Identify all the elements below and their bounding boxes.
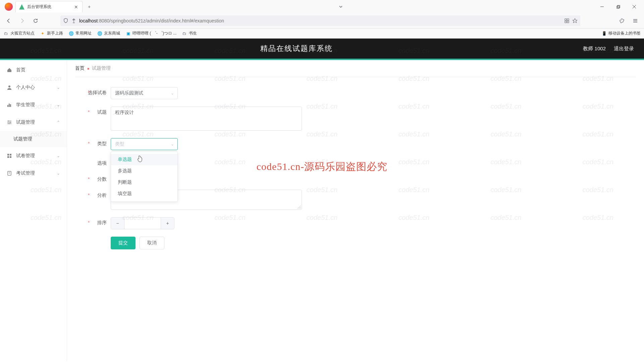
new-tab-button[interactable]: + bbox=[85, 2, 94, 11]
breadcrumb: 首页 ■ 试题管理 bbox=[67, 60, 644, 77]
nav-bar: localhost:8080/springbootu521z/admin/dis… bbox=[0, 13, 644, 28]
form-row-sort: 排序 − + bbox=[80, 217, 631, 229]
globe-icon: 🌐 bbox=[68, 31, 74, 36]
label-score: 分数 bbox=[80, 174, 111, 182]
svg-rect-18 bbox=[7, 105, 8, 107]
window-controls bbox=[594, 1, 642, 12]
label-analysis: 分析 bbox=[80, 190, 111, 198]
logout-link[interactable]: 退出登录 bbox=[614, 46, 634, 52]
sidebar-item-student[interactable]: 学生管理 ⌄ bbox=[0, 96, 67, 114]
bookmark-item[interactable]: ▣哔哩哔哩 ( ゜- ゜)つロ ... bbox=[125, 31, 176, 36]
select-type[interactable]: 类型 ⌄ bbox=[111, 138, 178, 150]
svg-point-17 bbox=[8, 85, 10, 87]
forward-button[interactable] bbox=[17, 15, 28, 26]
form-row-type: 类型 类型 ⌄ 单选题 多选题 判断题 填空题 bbox=[80, 138, 631, 150]
app-title: 精品在线试题库系统 bbox=[10, 44, 583, 54]
grid-icon bbox=[7, 153, 12, 159]
svg-point-22 bbox=[8, 121, 9, 122]
decrease-button[interactable]: − bbox=[111, 218, 124, 229]
tabs-dropdown-icon[interactable] bbox=[336, 2, 345, 11]
url-text: localhost:8080/springbootu521z/admin/dis… bbox=[79, 18, 561, 23]
reload-button[interactable] bbox=[30, 15, 41, 26]
resize-handle-icon[interactable] bbox=[298, 205, 301, 209]
label-type: 类型 bbox=[80, 138, 111, 147]
bookmark-item[interactable]: ✦新手上路 bbox=[40, 31, 63, 36]
chart-icon bbox=[7, 102, 12, 108]
divider bbox=[75, 77, 636, 77]
svg-line-36 bbox=[300, 208, 301, 209]
select-paper[interactable]: 源码乐园测试 ⌄ bbox=[111, 87, 178, 99]
main-content: 首页 ■ 试题管理 选择试卷 源码乐园测试 ⌄ 试题 bbox=[67, 60, 644, 361]
label-options: 选项 bbox=[80, 158, 111, 166]
submit-button[interactable]: 提交 bbox=[111, 237, 136, 249]
bookmark-item[interactable]: 🌐京东商城 bbox=[97, 31, 120, 36]
breadcrumb-separator-icon: ■ bbox=[87, 67, 89, 70]
dropdown-option-multi[interactable]: 多选题 bbox=[111, 165, 177, 177]
minimize-button[interactable] bbox=[594, 1, 610, 12]
bookmark-item[interactable]: 🗀火狐官方站点 bbox=[3, 31, 35, 36]
header-right: 教师 1002 退出登录 bbox=[583, 46, 634, 52]
form-row-paper: 选择试卷 源码乐园测试 ⌄ bbox=[80, 87, 631, 99]
menu-button[interactable] bbox=[630, 15, 641, 26]
label-sort: 排序 bbox=[80, 217, 111, 226]
svg-point-26 bbox=[9, 123, 10, 124]
chevron-down-icon: ⌄ bbox=[57, 154, 60, 158]
tv-icon: ▣ bbox=[125, 31, 131, 36]
bookmarks-bar: 🗀火狐官方站点 ✦新手上路 🌐常用网址 🌐京东商城 ▣哔哩哔哩 ( ゜- ゜)つ… bbox=[0, 28, 644, 38]
svg-rect-20 bbox=[10, 104, 11, 107]
tab-title: 后台管理系统 bbox=[27, 4, 71, 10]
dropdown-option-fill[interactable]: 填空题 bbox=[111, 188, 177, 199]
svg-rect-27 bbox=[7, 154, 9, 156]
breadcrumb-home[interactable]: 首页 bbox=[75, 65, 85, 71]
app-header: 精品在线试题库系统 教师 1002 退出登录 bbox=[0, 39, 644, 60]
svg-rect-11 bbox=[567, 19, 569, 20]
bookmark-item[interactable]: 🗀书生 bbox=[182, 31, 197, 36]
sort-number-input: − + bbox=[111, 217, 174, 229]
mobile-bookmarks[interactable]: 📱移动设备上的书签 bbox=[601, 31, 641, 36]
dropdown-option-judge[interactable]: 判断题 bbox=[111, 177, 177, 188]
book-icon bbox=[7, 171, 12, 176]
sidebar-item-home[interactable]: 首页 bbox=[0, 61, 67, 79]
sort-value[interactable] bbox=[124, 218, 161, 229]
extensions-icon[interactable] bbox=[616, 15, 627, 26]
maximize-button[interactable] bbox=[610, 1, 626, 12]
cancel-button[interactable]: 取消 bbox=[140, 237, 164, 249]
question-textarea[interactable]: 程序设计 bbox=[111, 107, 302, 131]
sidebar-item-profile[interactable]: 个人中心 ⌄ bbox=[0, 79, 67, 96]
chevron-down-icon: ⌄ bbox=[171, 142, 174, 146]
sidebar-item-paper[interactable]: 试卷管理 ⌄ bbox=[0, 147, 67, 165]
folder-icon: 🗀 bbox=[182, 31, 187, 36]
svg-rect-13 bbox=[567, 21, 569, 23]
chevron-up-icon: ⌃ bbox=[57, 120, 60, 125]
bookmark-star-icon[interactable] bbox=[572, 18, 578, 23]
mobile-icon: 📱 bbox=[601, 31, 607, 36]
chevron-down-icon: ⌄ bbox=[57, 171, 60, 176]
svg-rect-1 bbox=[617, 6, 619, 8]
browser-tab[interactable]: 后台管理系统 ✕ bbox=[15, 1, 83, 12]
type-dropdown: 单选题 多选题 判断题 填空题 bbox=[111, 152, 178, 202]
sidebar-item-exam[interactable]: 考试管理 ⌄ bbox=[0, 165, 67, 182]
label-question: 试题 bbox=[80, 107, 111, 115]
sidebar-item-question[interactable]: 试题管理 ⌃ bbox=[0, 114, 67, 131]
sliders-icon bbox=[7, 120, 12, 125]
dropdown-option-single[interactable]: 单选题 bbox=[111, 154, 177, 165]
svg-rect-30 bbox=[10, 156, 11, 158]
close-window-button[interactable] bbox=[627, 1, 642, 12]
reader-icon[interactable] bbox=[564, 18, 570, 23]
sidebar-subitem-question-manage[interactable]: 试题管理 bbox=[0, 131, 67, 147]
svg-rect-10 bbox=[565, 19, 567, 20]
svg-rect-29 bbox=[7, 156, 9, 158]
increase-button[interactable]: + bbox=[161, 218, 174, 229]
address-bar[interactable]: localhost:8080/springbootu521z/admin/dis… bbox=[60, 15, 580, 26]
breadcrumb-current: 试题管理 bbox=[92, 65, 111, 71]
user-label[interactable]: 教师 1002 bbox=[583, 46, 606, 52]
tab-close-icon[interactable]: ✕ bbox=[73, 4, 79, 10]
back-button[interactable] bbox=[3, 15, 14, 26]
firefox-logo-icon bbox=[5, 3, 13, 11]
browser-chrome: 后台管理系统 ✕ + localhost:8080/springbootu521… bbox=[0, 0, 644, 39]
tab-bar: 后台管理系统 ✕ + bbox=[0, 0, 644, 13]
folder-icon: 🗀 bbox=[3, 31, 9, 36]
info-icon[interactable] bbox=[71, 18, 76, 23]
form-actions: 提交 取消 bbox=[80, 237, 631, 249]
bookmark-item[interactable]: 🌐常用网址 bbox=[68, 31, 92, 36]
